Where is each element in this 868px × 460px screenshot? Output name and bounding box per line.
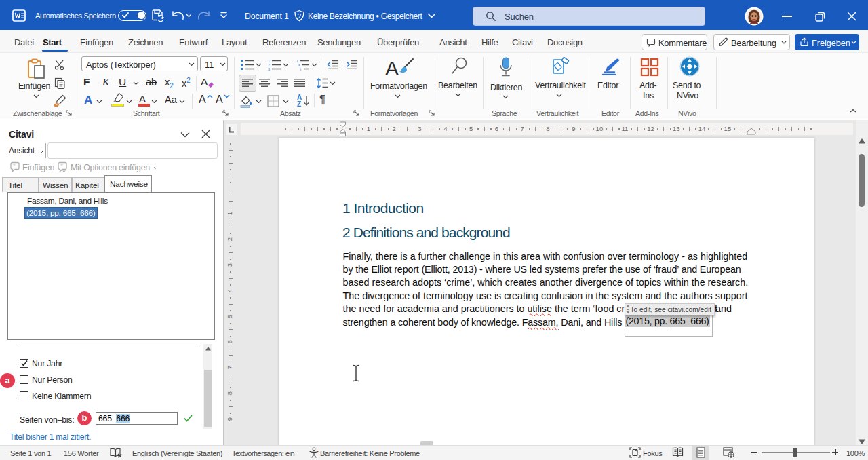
svg-text:i: i [300, 67, 301, 71]
svg-text:”: ” [13, 164, 16, 170]
svg-text:”: ” [60, 164, 63, 170]
svg-text:3: 3 [268, 67, 270, 71]
svg-text:?: ? [298, 12, 301, 19]
